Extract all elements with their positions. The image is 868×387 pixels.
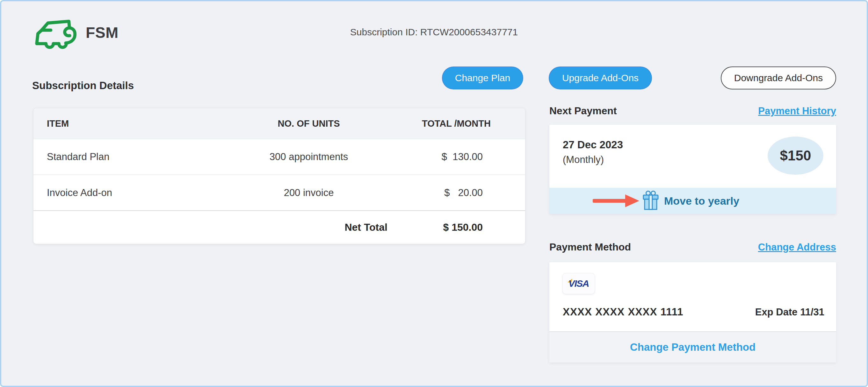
column-header-total: TOTAL /MONTH [388,118,525,129]
table-row: Invoice Add-on 200 invoice $ 20.00 [33,175,525,210]
subscription-id: Subscription ID: RTCW2000653437771 [1,27,867,38]
next-payment-card: 27 Dec 2023 (Monthly) $150 Move to yearl… [549,125,836,214]
item-units: 300 appointments [230,151,388,163]
subscription-table: ITEM NO. OF UNITS TOTAL /MONTH Standard … [33,108,525,244]
change-payment-method-link[interactable]: Change Payment Method [549,331,836,362]
payment-method-card: VISA XXXX XXXX XXXX 1111 Exp Date 11/31 … [549,262,836,362]
net-total-value: $ 150.00 [388,221,525,233]
billing-cycle: (Monthly) [563,154,604,166]
upgrade-addons-button[interactable]: Upgrade Add-Ons [549,67,652,90]
net-total-label: Net Total [230,221,388,233]
change-plan-button[interactable]: Change Plan [442,67,523,90]
table-row: Standard Plan 300 appointments $ 130.00 [33,139,525,175]
move-to-yearly-label: Move to yearly [664,195,739,207]
item-units: 200 invoice [230,187,388,199]
payment-history-link[interactable]: Payment History [758,105,836,117]
column-header-item: ITEM [33,118,230,129]
item-total: $ 130.00 [388,151,525,163]
card-expiry: Exp Date 11/31 [755,307,824,318]
annotation-arrow-icon [593,194,641,208]
move-to-yearly-banner[interactable]: Move to yearly [549,188,836,214]
item-name: Invoice Add-on [33,187,230,199]
card-number: XXXX XXXX XXXX 1111 [563,306,683,318]
next-payment-info: 27 Dec 2023 (Monthly) $150 [549,125,836,188]
item-name: Standard Plan [33,151,230,163]
next-payment-date: 27 Dec 2023 [563,139,623,151]
subscription-page: FSM Subscription ID: RTCW2000653437771 S… [0,0,868,387]
net-total-row: Net Total $ 150.00 [33,210,525,244]
change-address-link[interactable]: Change Address [758,242,836,253]
page-title: Subscription Details [32,79,134,92]
gift-icon [642,190,659,211]
column-header-units: NO. OF UNITS [230,118,388,129]
amount-badge: $150 [768,137,824,175]
payment-method-title: Payment Method [549,241,631,253]
item-total: $ 20.00 [388,187,525,199]
table-header-row: ITEM NO. OF UNITS TOTAL /MONTH [33,108,525,139]
visa-logo: VISA [563,273,595,294]
next-payment-title: Next Payment [549,105,617,117]
downgrade-addons-button[interactable]: Downgrade Add-Ons [721,67,836,90]
